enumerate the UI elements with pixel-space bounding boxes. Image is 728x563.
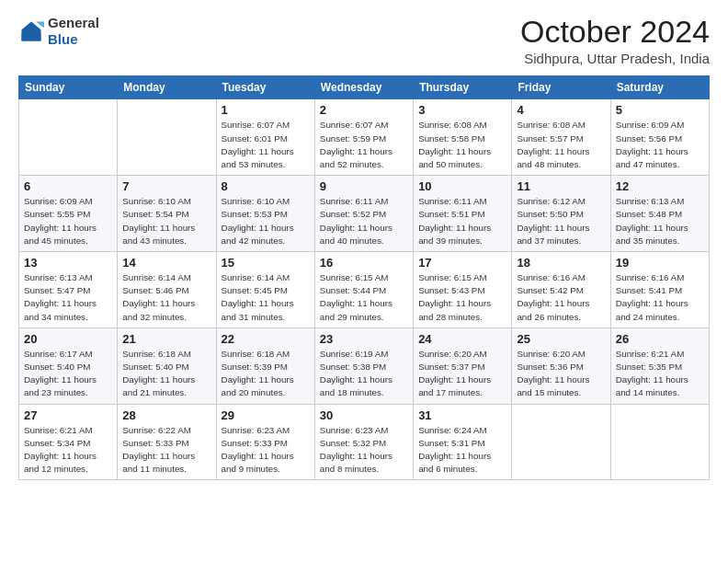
day-info: Sunrise: 6:09 AMSunset: 5:55 PMDaylight:…	[24, 195, 112, 247]
weekday-header-thursday: Thursday	[414, 76, 512, 99]
day-cell: 28Sunrise: 6:22 AMSunset: 5:33 PMDayligh…	[118, 404, 216, 480]
page: General Blue October 2024 Sidhpura, Utta…	[0, 0, 728, 563]
day-number: 5	[616, 103, 704, 117]
day-number: 6	[24, 179, 112, 193]
day-info: Sunrise: 6:23 AMSunset: 5:33 PMDaylight:…	[222, 424, 310, 477]
week-row-1: 1Sunrise: 6:07 AMSunset: 6:01 PMDaylight…	[19, 99, 710, 176]
day-number: 12	[616, 179, 704, 193]
day-info: Sunrise: 6:07 AMSunset: 5:59 PMDaylight:…	[320, 119, 408, 171]
week-row-2: 6Sunrise: 6:09 AMSunset: 5:55 PMDaylight…	[19, 176, 710, 252]
day-number: 9	[320, 179, 408, 193]
day-cell: 29Sunrise: 6:23 AMSunset: 5:33 PMDayligh…	[216, 404, 314, 480]
day-number: 30	[320, 408, 408, 422]
day-info: Sunrise: 6:15 AMSunset: 5:43 PMDaylight:…	[418, 271, 506, 324]
day-cell	[118, 99, 216, 176]
day-number: 29	[222, 408, 310, 422]
day-info: Sunrise: 6:23 AMSunset: 5:32 PMDaylight:…	[320, 424, 408, 477]
weekday-header-sunday: Sunday	[19, 76, 118, 99]
day-number: 20	[24, 332, 112, 346]
logo-text: General Blue	[48, 15, 99, 48]
day-number: 22	[222, 332, 310, 346]
day-info: Sunrise: 6:15 AMSunset: 5:44 PMDaylight:…	[320, 271, 408, 324]
day-info: Sunrise: 6:11 AMSunset: 5:51 PMDaylight:…	[418, 195, 506, 247]
day-number: 23	[320, 332, 408, 346]
day-number: 2	[320, 103, 408, 117]
day-cell: 5Sunrise: 6:09 AMSunset: 5:56 PMDaylight…	[610, 99, 709, 176]
day-cell: 15Sunrise: 6:14 AMSunset: 5:45 PMDayligh…	[216, 252, 314, 328]
day-number: 21	[122, 332, 210, 346]
day-cell: 23Sunrise: 6:19 AMSunset: 5:38 PMDayligh…	[314, 327, 413, 404]
day-number: 11	[517, 179, 605, 193]
day-info: Sunrise: 6:19 AMSunset: 5:38 PMDaylight:…	[320, 348, 408, 400]
location-title: Sidhpura, Uttar Pradesh, India	[520, 51, 710, 66]
day-info: Sunrise: 6:09 AMSunset: 5:56 PMDaylight:…	[616, 119, 704, 171]
day-number: 10	[418, 179, 506, 193]
day-cell: 4Sunrise: 6:08 AMSunset: 5:57 PMDaylight…	[512, 99, 610, 176]
day-cell: 8Sunrise: 6:10 AMSunset: 5:53 PMDaylight…	[216, 176, 314, 252]
day-cell: 19Sunrise: 6:16 AMSunset: 5:41 PMDayligh…	[610, 252, 709, 328]
day-number: 19	[616, 256, 704, 270]
day-cell: 16Sunrise: 6:15 AMSunset: 5:44 PMDayligh…	[314, 252, 413, 328]
day-info: Sunrise: 6:12 AMSunset: 5:50 PMDaylight:…	[517, 195, 605, 247]
logo-icon	[18, 18, 44, 44]
day-number: 13	[24, 256, 112, 270]
day-cell: 21Sunrise: 6:18 AMSunset: 5:40 PMDayligh…	[118, 327, 216, 404]
day-info: Sunrise: 6:10 AMSunset: 5:54 PMDaylight:…	[122, 195, 210, 247]
day-number: 27	[24, 408, 112, 422]
weekday-header-saturday: Saturday	[610, 76, 709, 99]
svg-rect-2	[22, 33, 41, 41]
day-number: 25	[517, 332, 605, 346]
day-number: 18	[517, 256, 605, 270]
day-info: Sunrise: 6:14 AMSunset: 5:46 PMDaylight:…	[122, 271, 210, 324]
day-info: Sunrise: 6:10 AMSunset: 5:53 PMDaylight:…	[222, 195, 310, 247]
day-number: 4	[517, 103, 605, 117]
header: General Blue October 2024 Sidhpura, Utta…	[18, 15, 710, 66]
day-cell: 22Sunrise: 6:18 AMSunset: 5:39 PMDayligh…	[216, 327, 314, 404]
day-number: 15	[222, 256, 310, 270]
day-info: Sunrise: 6:21 AMSunset: 5:35 PMDaylight:…	[616, 348, 704, 400]
day-cell: 1Sunrise: 6:07 AMSunset: 6:01 PMDaylight…	[216, 99, 314, 176]
day-info: Sunrise: 6:18 AMSunset: 5:40 PMDaylight:…	[122, 348, 210, 400]
weekday-header-friday: Friday	[512, 76, 610, 99]
day-cell: 10Sunrise: 6:11 AMSunset: 5:51 PMDayligh…	[414, 176, 512, 252]
day-info: Sunrise: 6:08 AMSunset: 5:58 PMDaylight:…	[418, 119, 506, 171]
day-info: Sunrise: 6:20 AMSunset: 5:37 PMDaylight:…	[418, 348, 506, 400]
weekday-header-row: SundayMondayTuesdayWednesdayThursdayFrid…	[19, 76, 710, 99]
day-number: 24	[418, 332, 506, 346]
day-number: 7	[122, 179, 210, 193]
day-cell: 9Sunrise: 6:11 AMSunset: 5:52 PMDaylight…	[314, 176, 413, 252]
day-info: Sunrise: 6:22 AMSunset: 5:33 PMDaylight:…	[122, 424, 210, 477]
day-cell: 18Sunrise: 6:16 AMSunset: 5:42 PMDayligh…	[512, 252, 610, 328]
day-cell	[19, 99, 118, 176]
day-cell: 14Sunrise: 6:14 AMSunset: 5:46 PMDayligh…	[118, 252, 216, 328]
day-info: Sunrise: 6:16 AMSunset: 5:42 PMDaylight:…	[517, 271, 605, 324]
weekday-header-monday: Monday	[118, 76, 216, 99]
day-info: Sunrise: 6:21 AMSunset: 5:34 PMDaylight:…	[24, 424, 112, 477]
day-info: Sunrise: 6:16 AMSunset: 5:41 PMDaylight:…	[616, 271, 704, 324]
weekday-header-wednesday: Wednesday	[314, 76, 413, 99]
day-info: Sunrise: 6:07 AMSunset: 6:01 PMDaylight:…	[222, 119, 310, 171]
day-number: 14	[122, 256, 210, 270]
day-cell: 27Sunrise: 6:21 AMSunset: 5:34 PMDayligh…	[19, 404, 118, 480]
day-number: 8	[222, 179, 310, 193]
day-cell: 6Sunrise: 6:09 AMSunset: 5:55 PMDaylight…	[19, 176, 118, 252]
day-number: 31	[418, 408, 506, 422]
day-cell: 26Sunrise: 6:21 AMSunset: 5:35 PMDayligh…	[610, 327, 709, 404]
title-block: October 2024 Sidhpura, Uttar Pradesh, In…	[520, 15, 710, 66]
day-info: Sunrise: 6:24 AMSunset: 5:31 PMDaylight:…	[418, 424, 506, 477]
day-number: 26	[616, 332, 704, 346]
logo: General Blue	[18, 15, 99, 48]
calendar-table: SundayMondayTuesdayWednesdayThursdayFrid…	[18, 75, 710, 480]
day-cell: 2Sunrise: 6:07 AMSunset: 5:59 PMDaylight…	[314, 99, 413, 176]
day-cell: 17Sunrise: 6:15 AMSunset: 5:43 PMDayligh…	[414, 252, 512, 328]
day-cell: 31Sunrise: 6:24 AMSunset: 5:31 PMDayligh…	[414, 404, 512, 480]
month-title: October 2024	[520, 15, 710, 49]
day-cell: 3Sunrise: 6:08 AMSunset: 5:58 PMDaylight…	[414, 99, 512, 176]
day-cell: 30Sunrise: 6:23 AMSunset: 5:32 PMDayligh…	[314, 404, 413, 480]
day-cell	[610, 404, 709, 480]
day-number: 1	[222, 103, 310, 117]
day-number: 28	[122, 408, 210, 422]
day-info: Sunrise: 6:18 AMSunset: 5:39 PMDaylight:…	[222, 348, 310, 400]
day-number: 16	[320, 256, 408, 270]
day-number: 3	[418, 103, 506, 117]
